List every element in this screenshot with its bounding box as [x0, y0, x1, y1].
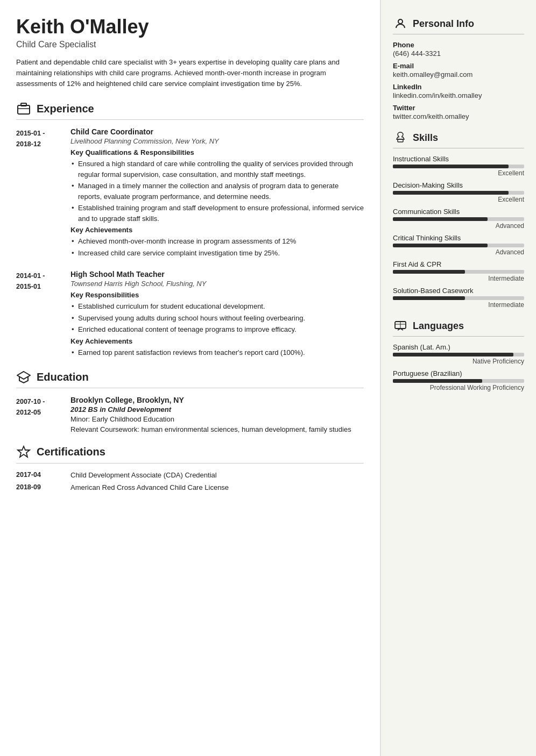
exp-bullet: Managed in a timely manner the collectio… [70, 181, 364, 202]
edu-dates-1: 2007-10 - 2012-05 [16, 396, 62, 435]
exp-bullet: Ensured a high standard of care while co… [70, 159, 364, 180]
languages-header: Languages [393, 318, 524, 337]
skills-list: Instructional Skills Excellent Decision-… [393, 155, 524, 309]
edu-content-1: Brooklyn College, Brooklyn, NY 2012 BS i… [70, 396, 364, 435]
header-section: Keith O'Malley Child Care Specialist Pat… [16, 16, 364, 89]
lang-name: Portuguese (Brazilian) [393, 369, 524, 377]
lang-bar-container [393, 353, 524, 356]
exp-dates-1: 2015-01 - 2018-12 [16, 127, 62, 259]
lang-name: Spanish (Lat. Am.) [393, 343, 524, 351]
lang-level: Native Proficiency [393, 358, 524, 365]
svg-rect-0 [18, 105, 30, 114]
skills-header: Skills [393, 130, 524, 148]
resume-wrapper: Keith O'Malley Child Care Specialist Pat… [0, 0, 536, 756]
exp-content-1: Child Care Coordinator Livelihood Planni… [70, 127, 364, 259]
skill-name: Communication Skills [393, 208, 524, 216]
skills-section: Skills Instructional Skills Excellent De… [393, 130, 524, 309]
experience-title: Experience [37, 103, 94, 115]
cert-entry-2: 2018-09 American Red Cross Advanced Chil… [16, 483, 364, 491]
skill-item: First Aid & CPR Intermediate [393, 260, 524, 282]
certifications-title: Certifications [37, 446, 105, 458]
education-title: Education [37, 371, 89, 383]
personal-info-icon [393, 16, 408, 31]
exp-bullet: Achieved month-over-month increase in pr… [70, 236, 364, 247]
exp-company-1: Livelihood Planning Commission, New York… [70, 137, 364, 145]
exp-job-title-1: Child Care Coordinator [70, 127, 364, 136]
skill-level: Intermediate [393, 275, 524, 282]
info-field-email: E-mail keith.omalley@gmail.com [393, 62, 524, 79]
exp-dates-2: 2014-01 - 2015-01 [16, 270, 62, 359]
skill-level: Excellent [393, 196, 524, 203]
certifications-section: Certifications 2017-04 Child Development… [16, 445, 364, 491]
candidate-summary: Patient and dependable child care specia… [16, 57, 364, 89]
skill-level: Intermediate [393, 301, 524, 309]
language-item: Spanish (Lat. Am.) Native Proficiency [393, 343, 524, 365]
info-field-phone: Phone (646) 444-3321 [393, 41, 524, 58]
experience-section: Experience 2015-01 - 2018-12 Child Care … [16, 101, 364, 359]
skill-item: Solution-Based Casework Intermediate [393, 287, 524, 309]
skill-bar-fill [393, 217, 488, 221]
skill-bar-container [393, 244, 524, 247]
education-header: Education [16, 369, 364, 388]
svg-rect-1 [21, 103, 26, 106]
cert-date-1: 2017-04 [16, 471, 62, 479]
cert-entry-1: 2017-04 Child Development Associate (CDA… [16, 471, 364, 479]
skills-title: Skills [413, 132, 438, 144]
personal-info-title: Personal Info [413, 18, 474, 30]
skill-bar-container [393, 165, 524, 168]
candidate-name: Keith O'Malley [16, 16, 364, 38]
skill-bar-container [393, 191, 524, 195]
personal-info-header: Personal Info [393, 16, 524, 34]
experience-header: Experience [16, 101, 364, 120]
edu-minor-1: Minor: Early Childhood Education [70, 415, 364, 423]
exp-sub-title-2-1: Key Achievements [70, 337, 364, 345]
skill-level: Excellent [393, 169, 524, 177]
cert-text-2: American Red Cross Advanced Child Care L… [70, 483, 229, 491]
languages-section: Languages Spanish (Lat. Am.) Native Prof… [393, 318, 524, 391]
exp-bullet: Supervised young adults during school ho… [70, 313, 364, 324]
exp-company-2: Townsend Harris High School, Flushing, N… [70, 280, 364, 288]
exp-bullet: Established curriculum for student educa… [70, 301, 364, 312]
left-column: Keith O'Malley Child Care Specialist Pat… [0, 0, 380, 756]
lang-bar-fill [393, 353, 513, 356]
education-section: Education 2007-10 - 2012-05 Brooklyn Col… [16, 369, 364, 435]
exp-sub-title-2-0: Key Responsibilities [70, 291, 364, 299]
edu-entry-1: 2007-10 - 2012-05 Brooklyn College, Broo… [16, 396, 364, 435]
skill-item: Decision-Making Skills Excellent [393, 181, 524, 203]
info-field-twitter: Twitter twitter.com/keith.omalley [393, 104, 524, 120]
exp-bullet: Enriched educational content of teenage … [70, 324, 364, 335]
skill-bar-fill [393, 165, 509, 168]
education-icon [16, 369, 31, 384]
cert-text-1: Child Development Associate (CDA) Creden… [70, 471, 217, 479]
exp-entry-1: 2015-01 - 2018-12 Child Care Coordinator… [16, 127, 364, 259]
right-column: Personal Info Phone (646) 444-3321 E-mai… [380, 0, 536, 756]
skill-bar-fill [393, 270, 465, 274]
skill-item: Communication Skills Advanced [393, 208, 524, 230]
skill-name: First Aid & CPR [393, 260, 524, 268]
languages-title: Languages [413, 320, 464, 332]
exp-entry-2: 2014-01 - 2015-01 High School Math Teach… [16, 270, 364, 359]
skills-icon [393, 130, 408, 145]
skill-name: Instructional Skills [393, 155, 524, 163]
svg-point-4 [398, 19, 403, 24]
exp-bullet: Established training program and staff d… [70, 203, 364, 224]
svg-rect-5 [398, 139, 403, 142]
skill-name: Critical Thinking Skills [393, 234, 524, 242]
exp-sub-title-1-1: Key Achievements [70, 226, 364, 234]
skill-item: Critical Thinking Skills Advanced [393, 234, 524, 256]
certifications-icon [16, 445, 31, 460]
personal-info-section: Personal Info Phone (646) 444-3321 E-mai… [393, 16, 524, 120]
lang-level: Professional Working Proficiency [393, 384, 524, 391]
skill-bar-fill [393, 191, 509, 195]
certifications-header: Certifications [16, 445, 364, 463]
languages-icon [393, 318, 408, 333]
edu-degree-1: 2012 BS in Child Development [70, 405, 364, 413]
skill-bar-fill [393, 296, 465, 300]
cert-date-2: 2018-09 [16, 483, 62, 491]
skill-bar-fill [393, 244, 488, 247]
languages-list: Spanish (Lat. Am.) Native Proficiency Po… [393, 343, 524, 391]
lang-bar-fill [393, 379, 482, 383]
experience-icon [16, 101, 31, 116]
skill-bar-container [393, 217, 524, 221]
skill-name: Solution-Based Casework [393, 287, 524, 295]
